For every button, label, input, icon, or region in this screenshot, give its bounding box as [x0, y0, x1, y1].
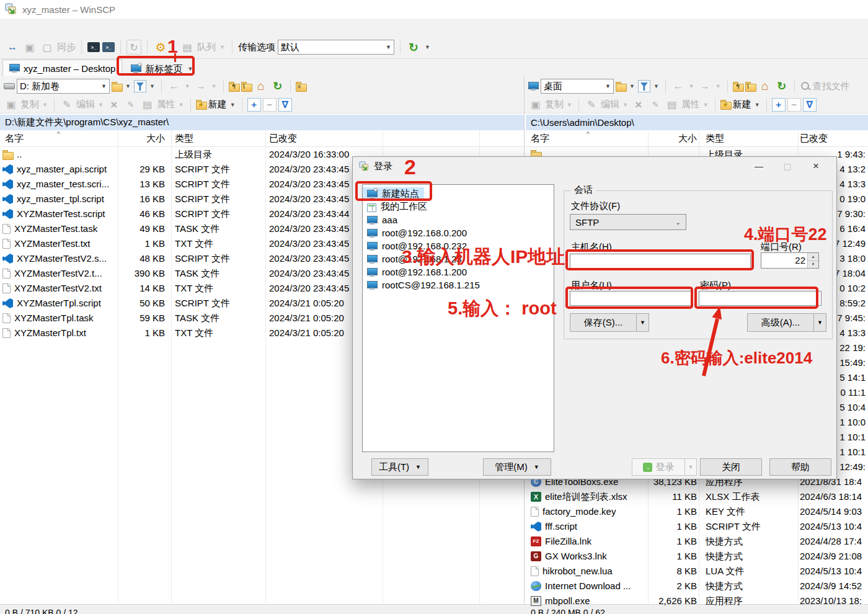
new-button[interactable]: 新建: [733, 99, 751, 110]
column-header-name[interactable]: 名字: [531, 133, 549, 145]
left-drive-combo[interactable]: D: 新加卷 ▼: [17, 79, 110, 94]
rename-icon[interactable]: ✎: [123, 97, 138, 112]
site-tree-item[interactable]: ★ root@192.168.1.23: [363, 252, 467, 265]
filter-icon[interactable]: [134, 80, 146, 92]
chevron-down-icon[interactable]: ▼: [636, 314, 649, 331]
chevron-down-icon[interactable]: ▼: [124, 83, 132, 89]
duplicate-session-icon[interactable]: ▣: [22, 40, 37, 55]
transfer-refresh-caret[interactable]: ▼: [423, 44, 432, 50]
deselect-minus-icon[interactable]: −: [787, 98, 801, 112]
right-path-bar[interactable]: C:\Users\admin\Desktop\: [526, 115, 868, 130]
chevron-down-icon[interactable]: ▼: [210, 83, 218, 89]
advanced-button[interactable]: 高级(A)... ▼: [747, 313, 826, 332]
edit-button[interactable]: 编辑: [76, 99, 95, 110]
chevron-down-icon[interactable]: ▼: [688, 83, 696, 89]
file-row[interactable]: ★GX Works3.lnk 1 KB 快捷方式 2024/3/9 21:08: [526, 549, 868, 564]
file-row[interactable]: ★fff.script 1 KB SCRIPT 文件 2024/5/13 10:…: [526, 519, 868, 534]
chevron-down-icon[interactable]: ▼: [184, 83, 192, 89]
open-directory-icon[interactable]: [112, 82, 122, 91]
chevron-down-icon[interactable]: ▼: [97, 102, 105, 108]
back-icon[interactable]: ←: [167, 79, 182, 94]
protocol-combo[interactable]: SFTP ⌄: [570, 214, 686, 230]
site-tree-item[interactable]: ★ 我的工作区: [363, 200, 432, 213]
column-header-changed[interactable]: 已改变: [269, 133, 297, 145]
help-button[interactable]: 帮助: [769, 458, 831, 476]
root-directory-icon[interactable]: \: [745, 82, 756, 91]
column-header-type[interactable]: 类型: [706, 133, 724, 145]
spin-up-icon[interactable]: ▲: [808, 253, 818, 261]
column-header-name[interactable]: 名字: [5, 133, 24, 145]
file-row[interactable]: ★elite培训签到表.xlsx 11 KB XLSX 工作表 2024/6/3…: [526, 489, 868, 504]
menu-item[interactable]: [104, 25, 118, 29]
column-header-changed[interactable]: 已改变: [800, 133, 828, 145]
transfer-preset-combo[interactable]: 默认 ▼: [278, 40, 394, 55]
site-tree-item[interactable]: ★ root@192.168.0.232: [363, 239, 472, 252]
properties-button[interactable]: 属性: [681, 99, 700, 110]
deselect-minus-icon[interactable]: −: [263, 98, 277, 112]
filter-icon[interactable]: [638, 80, 650, 92]
preferences-gear-icon[interactable]: ⚙: [153, 40, 168, 55]
delete-icon[interactable]: ×: [631, 97, 646, 112]
host-input[interactable]: [570, 254, 751, 269]
menu-item[interactable]: [63, 25, 77, 29]
file-row[interactable]: ★factory_mode.key 1 KB KEY 文件 2024/5/14 …: [526, 504, 868, 519]
file-row[interactable]: ★hikrobot_new.lua 8 KB LUA 文件 2024/5/13 …: [526, 564, 868, 579]
column-header-size[interactable]: 大小: [647, 133, 697, 145]
chevron-down-icon[interactable]: ▼: [753, 102, 761, 108]
spin-down-icon[interactable]: ▼: [808, 261, 818, 269]
properties-button[interactable]: 属性: [157, 99, 175, 110]
chevron-down-icon[interactable]: ▼: [621, 102, 629, 108]
select-plus-icon[interactable]: +: [772, 98, 786, 112]
login-button[interactable]: → 登录: [632, 458, 685, 476]
console-new-icon[interactable]: >_: [102, 42, 115, 52]
login-dropdown-caret[interactable]: ▼: [684, 458, 697, 476]
right-drive-combo[interactable]: 桌面 ▼: [541, 79, 614, 94]
minimize-icon[interactable]: —: [745, 157, 773, 176]
parent-directory-icon[interactable]: ↰: [733, 82, 743, 91]
close-icon[interactable]: ×: [802, 157, 830, 176]
transfer-refresh-icon[interactable]: ↻: [406, 40, 421, 55]
chevron-down-icon[interactable]: ▼: [714, 83, 722, 89]
menu-item[interactable]: [50, 25, 63, 29]
root-directory-icon[interactable]: \: [241, 82, 252, 91]
tab-active-session[interactable]: xyz_master – Desktop: [2, 60, 122, 76]
chevron-down-icon[interactable]: ▼: [148, 83, 156, 89]
rename-session-icon[interactable]: ▢: [40, 40, 55, 55]
delete-icon[interactable]: ×: [107, 97, 122, 112]
menu-item[interactable]: [91, 25, 104, 29]
chevron-down-icon[interactable]: ▼: [813, 314, 826, 331]
file-row[interactable]: ★FileZilla.lnk 1 KB 快捷方式 2024/4/28 17:4: [526, 534, 868, 549]
port-spinner[interactable]: 22 ▲ ▼: [761, 252, 819, 269]
chevron-down-icon[interactable]: ▼: [229, 102, 237, 108]
left-path-bar[interactable]: D:\新建文件夹\program\CS\xyz_master\: [0, 115, 524, 130]
tools-button[interactable]: 工具(T) ▼: [371, 458, 428, 476]
console-icon[interactable]: >_: [87, 42, 100, 52]
menu-item[interactable]: [9, 25, 22, 29]
column-header-size[interactable]: 大小: [118, 133, 165, 145]
copy-button[interactable]: 复制: [545, 99, 564, 110]
queue-dropdown-caret[interactable]: ▼: [218, 44, 226, 50]
forward-icon[interactable]: →: [698, 79, 712, 94]
home-directory-icon[interactable]: ⌂: [254, 79, 268, 94]
directory-tree-icon[interactable]: ≡: [296, 82, 306, 91]
close-button[interactable]: 关闭: [700, 458, 762, 476]
password-input[interactable]: [699, 291, 822, 306]
copy-button[interactable]: 复制: [20, 99, 39, 110]
refresh-icon[interactable]: ↻: [774, 79, 789, 94]
split-view-icon[interactable]: ↔: [5, 40, 20, 55]
find-files-button[interactable]: 查找文件: [813, 81, 850, 92]
chevron-down-icon[interactable]: ▼: [702, 102, 710, 108]
chevron-down-icon[interactable]: ▼: [652, 83, 660, 89]
parent-directory-icon[interactable]: ↰: [229, 82, 239, 91]
site-tree-item[interactable]: ★ root@192.168.1.200: [363, 265, 472, 278]
selection-filter-icon[interactable]: ∇: [278, 98, 292, 112]
home-directory-icon[interactable]: ⌂: [758, 79, 773, 94]
refresh-icon[interactable]: ↻: [270, 79, 285, 94]
chevron-down-icon[interactable]: ▼: [628, 83, 636, 89]
chevron-down-icon[interactable]: ▼: [41, 102, 49, 108]
file-row[interactable]: ★mbpoll.exe 2,626 KB 应用程序 2023/10/13 18:: [526, 594, 868, 608]
username-input[interactable]: [570, 291, 691, 306]
file-row[interactable]: ★Internet Download ... 2 KB 快捷方式 2024/3/…: [526, 579, 868, 594]
select-plus-icon[interactable]: +: [247, 98, 261, 112]
site-tree-item[interactable]: ★ 新建站点: [363, 187, 424, 200]
